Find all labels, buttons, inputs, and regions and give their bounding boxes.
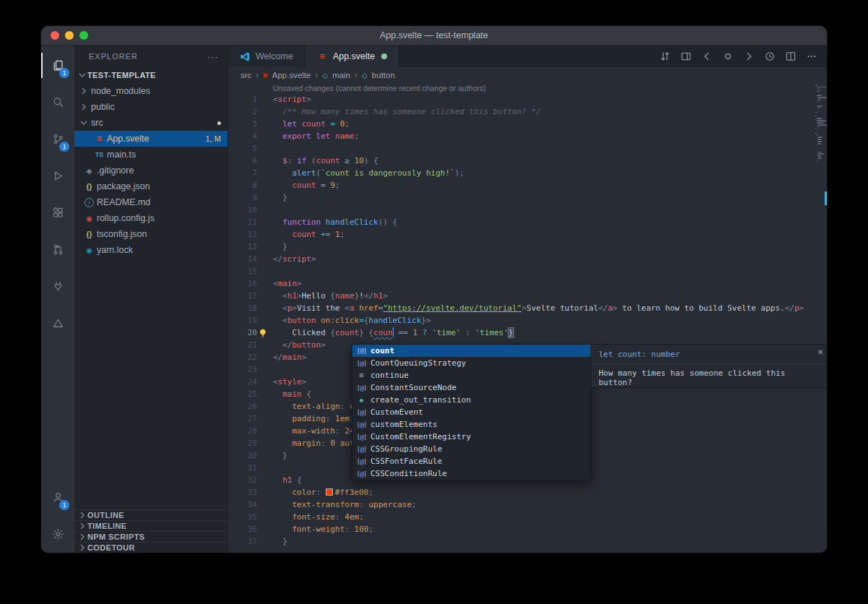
file-item-rollup-config-js[interactable]: ◉rollup.config.js [74,210,227,226]
suggestion-customelementregistry[interactable]: [@]CustomElementRegistry [352,431,591,443]
history-button[interactable] [764,51,776,62]
code-line-20[interactable]: 20 Clicked {count} {coun == 1 ? 'time' :… [228,327,827,339]
file-item-src[interactable]: src [74,115,227,131]
code-line-14[interactable]: 14</script> [228,253,827,265]
suggestion-countqueuingstrategy[interactable]: [@]CountQueuingStrategy [352,357,591,369]
variable-symbol-icon: [@] [356,347,367,355]
editor[interactable]: Unsaved changes (cannot determine recent… [228,83,827,553]
unsaved-dot-icon[interactable] [381,53,387,59]
suggestion-cssgroupingrule[interactable]: [@]CSSGroupingRule [352,443,591,455]
workspace-root-folder[interactable]: TEST-TEMPLATE [74,67,227,83]
more-button[interactable] [806,51,817,62]
code-line-7[interactable]: 7 alert(`count is dangerously high!`); [228,167,827,179]
code-line-37[interactable]: 37 } [228,535,827,548]
breadcrumb-item[interactable]: src [240,71,251,79]
lightbulb-icon[interactable] [258,327,268,337]
tab-welcome[interactable]: Welcome [228,46,305,67]
sidebar-empty-space[interactable] [74,258,227,509]
code-line-12[interactable]: 12 count += 1; [228,228,827,241]
code-line-4[interactable]: 4 export let name; [228,130,827,142]
code-line-13[interactable]: 13 } [228,241,827,253]
file-item-node-modules[interactable]: node_modules [74,83,227,99]
vscode-window: App.svelte — test-template 111 EXPLORER … [41,26,827,553]
code-line-17[interactable]: 17 <h1>Hello {name}!</h1> [228,290,827,302]
suggestion-continue[interactable]: ≡continue [352,369,591,381]
zoom-window-button[interactable] [79,31,88,40]
suggestion-count[interactable]: [@]count [352,345,591,357]
file-item-readme-md[interactable]: iREADME.md [74,194,227,210]
activity-github-pull-requests[interactable] [41,231,74,268]
code-text: main { [257,388,311,400]
breadcrumb-item[interactable]: App.svelte [272,71,311,79]
debug-icon [52,170,64,182]
file-item--gitignore[interactable]: ◆.gitignore [74,163,227,178]
code-line-3[interactable]: 3 let count = 0; [228,118,827,130]
code-line-19[interactable]: 19 <button on:click={handleClick}> [228,314,827,327]
code-line-5[interactable]: 5 [228,142,827,155]
code-line-1[interactable]: 1<script> [228,93,827,105]
code-line-2[interactable]: 2 /** How many times has someone clicked… [228,105,827,118]
breadcrumb-separator: › [315,70,318,80]
code-text [257,462,273,474]
activity-remote-explorer[interactable] [41,268,74,305]
activity-search[interactable] [41,84,74,121]
activity-extensions[interactable] [41,194,74,231]
suggestion-create_out_transition[interactable]: ◈create_out_transition [352,394,591,406]
suggestion-cssconditionrule[interactable]: [@]CSSConditionRule [352,467,591,480]
suggestion-customevent[interactable]: [@]CustomEvent [352,406,591,418]
minimize-window-button[interactable] [65,31,74,40]
minimap-line [817,99,820,100]
sidebar-section-timeline[interactable]: TIMELINE [74,520,227,531]
activity-azure[interactable] [41,305,74,342]
line-number: 31 [228,462,257,474]
breadcrumb-item[interactable]: main [332,71,350,79]
code-line-11[interactable]: 11 function handleClick() { [228,216,827,228]
file-item-public[interactable]: public [74,99,227,115]
line-number: 9 [228,191,257,204]
git-compare-button[interactable] [659,51,671,62]
code-line-9[interactable]: 9 } [228,191,827,204]
activity-badge: 1 [59,500,69,510]
activity-source-control[interactable]: 1 [41,121,74,158]
file-label: public [91,102,115,112]
file-item-main-ts[interactable]: TSmain.ts [74,147,227,163]
code-line-15[interactable]: 15 [228,265,827,277]
activity-explorer[interactable]: 1 [41,47,74,84]
record-button[interactable] [722,51,734,62]
activity-accounts[interactable]: 1 [41,479,74,516]
activity-settings[interactable] [41,516,74,553]
suggestion-label: CSSGroupingRule [370,444,442,454]
code-line-16[interactable]: 16<main> [228,277,827,290]
code-line-34[interactable]: 34 text-transform: uppercase; [228,499,827,511]
sidebar-section-outline[interactable]: OUTLINE [74,509,227,520]
file-item-yarn-lock[interactable]: ◉yarn.lock [74,242,227,258]
code-line-35[interactable]: 35 font-size: 4em; [228,511,827,523]
tab-app-svelte[interactable]: ≡App.svelte [305,46,399,67]
suggestion-cssfontfacerule[interactable]: [@]CSSFontFaceRule [352,455,591,467]
file-item-package-json[interactable]: {}package.json [74,178,227,194]
split-editor-button[interactable] [785,51,797,62]
code-line-8[interactable]: 8 count = 9; [228,179,827,191]
code-line-33[interactable]: 33 color: #ff3e00; [228,486,827,499]
code-line-36[interactable]: 36 font-weight: 100; [228,523,827,535]
navigate-back-button[interactable] [701,51,713,62]
close-window-button[interactable] [51,31,59,40]
sidebar-section-codetour[interactable]: CODETOUR [74,542,227,553]
suggestion-constantsourcenode[interactable]: [@]ConstantSourceNode [352,381,591,394]
suggestion-customelements[interactable]: [@]customElements [352,418,591,431]
file-item-tsconfig-json[interactable]: {}tsconfig.json [74,226,227,242]
navigate-forward-button[interactable] [743,51,755,62]
minimap[interactable] [814,85,827,162]
color-swatch[interactable] [326,488,333,496]
code-line-18[interactable]: 18 <p>Visit the <a href="https://svelte.… [228,302,827,314]
code-line-10[interactable]: 10 [228,204,827,216]
explorer-more-actions-button[interactable]: ··· [207,51,219,62]
suggestion-label: customElements [370,420,438,429]
breadcrumb-item[interactable]: button [372,71,395,79]
activity-run-debug[interactable] [41,158,74,194]
close-icon[interactable]: × [817,347,823,356]
file-item-app-svelte[interactable]: ≡App.svelte1, M [74,131,227,147]
sidebar-section-npm-scripts[interactable]: NPM SCRIPTS [74,531,227,542]
open-changes-button[interactable] [680,51,692,62]
code-line-6[interactable]: 6 $: if (count ≥ 10) { [228,155,827,167]
